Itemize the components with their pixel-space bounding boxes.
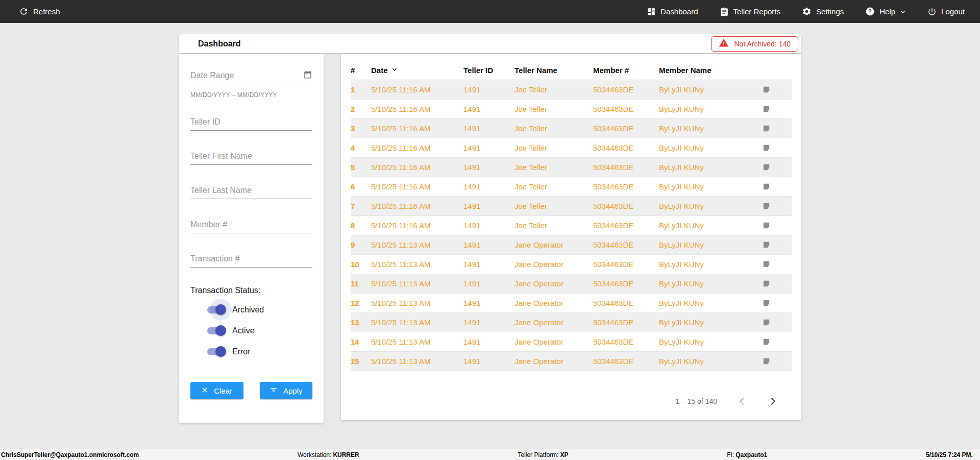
workstation-label: Workstation: [298, 451, 331, 458]
table-row[interactable]: 4 5/10/25 11:16 AM 1491 Joe Teller 50344… [351, 138, 792, 158]
nav-logout[interactable]: Logout [927, 0, 965, 23]
workstation-value: KURRER [333, 451, 359, 458]
cell-member-number: 5034463DE [593, 221, 659, 230]
cell-date: 5/10/25 11:13 AM [371, 240, 463, 249]
cell-member-number: 5034463DE [593, 105, 659, 113]
note-icon[interactable] [762, 221, 771, 230]
top-navigation-bar: Refresh Dashboard Teller Reports Setting… [0, 0, 980, 23]
refresh-label: Refresh [33, 7, 60, 16]
table-row[interactable]: 6 5/10/25 11:16 AM 1491 Joe Teller 50344… [351, 177, 792, 197]
cell-member-name: ByLyJI KUNy [659, 105, 760, 113]
previous-page-button[interactable] [737, 396, 748, 407]
table-header-row: # Date Teller ID Teller Name Member # Me… [351, 60, 792, 80]
table-row[interactable]: 10 5/10/25 11:13 AM 1491 Jane Operator 5… [351, 255, 792, 274]
nav-teller-reports[interactable]: Teller Reports [720, 0, 781, 23]
toggle-archived-label: Archived [232, 305, 264, 314]
note-icon[interactable] [762, 85, 771, 94]
cell-member-name: ByLyJI KUNy [659, 299, 760, 307]
table-row[interactable]: 7 5/10/25 11:16 AM 1491 Joe Teller 50344… [351, 197, 792, 216]
clear-button-label: Clear [214, 386, 232, 395]
cell-teller-id: 1491 [463, 260, 514, 269]
cell-date: 5/10/25 11:13 AM [371, 318, 463, 327]
note-icon[interactable] [762, 318, 771, 327]
note-icon[interactable] [762, 182, 771, 191]
cell-row-number: 11 [351, 279, 371, 288]
note-icon[interactable] [762, 240, 771, 249]
nav-help-label: Help [879, 7, 895, 16]
cell-teller-id: 1491 [463, 143, 514, 152]
table-row[interactable]: 8 5/10/25 11:16 AM 1491 Joe Teller 50344… [351, 216, 792, 235]
note-icon[interactable] [762, 299, 771, 307]
cell-member-number: 5034463DE [593, 182, 659, 191]
column-header-member-number: Member # [593, 66, 659, 75]
cell-member-name: ByLyJI KUNy [659, 163, 760, 172]
note-icon[interactable] [762, 143, 771, 152]
clear-button[interactable]: Clear [190, 382, 243, 399]
apply-button[interactable]: Apply [260, 382, 313, 399]
page-header: Dashboard Not Archived: 140 [179, 34, 801, 53]
nav-dashboard[interactable]: Dashboard [647, 0, 698, 23]
cell-member-name: ByLyJI KUNy [659, 202, 760, 210]
cell-row-number: 6 [351, 182, 371, 191]
note-icon[interactable] [762, 124, 771, 133]
cell-date: 5/10/25 11:13 AM [371, 299, 463, 307]
note-icon[interactable] [762, 279, 771, 288]
cell-row-number: 10 [351, 260, 371, 269]
table-row[interactable]: 11 5/10/25 11:13 AM 1491 Jane Operator 5… [351, 274, 792, 294]
transaction-status-label: Transaction Status: [190, 286, 312, 295]
cell-teller-name: Jane Operator [514, 240, 593, 249]
cell-member-name: ByLyJI KUNy [659, 240, 760, 249]
teller-id-input[interactable] [190, 115, 312, 131]
note-icon[interactable] [762, 163, 771, 172]
table-row[interactable]: 9 5/10/25 11:13 AM 1491 Jane Operator 50… [351, 235, 792, 255]
nav-settings[interactable]: Settings [802, 0, 844, 23]
refresh-button[interactable]: Refresh [19, 0, 60, 23]
calendar-icon[interactable] [303, 70, 312, 81]
cell-date: 5/10/25 11:16 AM [371, 85, 463, 94]
note-icon[interactable] [762, 202, 771, 210]
page-title: Dashboard [198, 39, 241, 49]
date-range-input[interactable] [190, 68, 312, 84]
cell-teller-id: 1491 [463, 221, 514, 230]
not-archived-badge: Not Archived: 140 [711, 36, 798, 52]
nav-help[interactable]: ? Help [865, 0, 906, 23]
toggle-active-track [207, 327, 225, 334]
toggle-active-label: Active [232, 326, 255, 335]
transaction-number-input[interactable] [190, 252, 312, 268]
column-header-date[interactable]: Date [371, 66, 463, 75]
note-icon[interactable] [762, 337, 771, 346]
member-number-input[interactable] [190, 217, 312, 233]
column-header-number: # [351, 66, 371, 75]
cell-member-name: ByLyJI KUNy [659, 221, 760, 230]
status-fi: FI:Qaxpauto1 [727, 451, 767, 458]
cell-member-number: 5034463DE [593, 124, 659, 133]
toggle-archived[interactable]: Archived [207, 303, 312, 317]
toggle-active[interactable]: Active [207, 324, 312, 337]
cell-date: 5/10/25 11:13 AM [371, 279, 463, 288]
cell-teller-id: 1491 [463, 182, 514, 191]
table-row[interactable]: 3 5/10/25 11:16 AM 1491 Joe Teller 50344… [351, 119, 792, 138]
table-row[interactable]: 12 5/10/25 11:13 AM 1491 Jane Operator 5… [351, 294, 792, 313]
cell-row-number: 8 [351, 221, 371, 230]
note-icon[interactable] [762, 357, 771, 366]
note-icon[interactable] [762, 105, 771, 113]
cell-date: 5/10/25 11:16 AM [371, 202, 463, 210]
toggle-archived-track [207, 306, 225, 313]
table-row[interactable]: 5 5/10/25 11:16 AM 1491 Joe Teller 50344… [351, 158, 792, 177]
cell-teller-name: Jane Operator [514, 337, 593, 346]
note-icon[interactable] [762, 260, 771, 269]
table-row[interactable]: 2 5/10/25 11:16 AM 1491 Joe Teller 50344… [351, 100, 792, 119]
teller-first-name-input[interactable] [190, 149, 312, 165]
table-row[interactable]: 1 5/10/25 11:16 AM 1491 Joe Teller 50344… [351, 80, 792, 100]
cell-row-number: 12 [351, 299, 371, 307]
toggle-error[interactable]: Error [207, 345, 312, 358]
nav-dashboard-label: Dashboard [660, 7, 698, 16]
table-row[interactable]: 15 5/10/25 11:13 AM 1491 Jane Operator 5… [351, 352, 792, 371]
cell-member-number: 5034463DE [593, 260, 659, 269]
next-page-button[interactable] [767, 396, 778, 407]
column-header-member-name: Member Name [659, 66, 760, 75]
table-row[interactable]: 13 5/10/25 11:13 AM 1491 Jane Operator 5… [351, 313, 792, 332]
cell-teller-id: 1491 [463, 337, 514, 346]
table-row[interactable]: 14 5/10/25 11:13 AM 1491 Jane Operator 5… [351, 332, 792, 352]
teller-last-name-input[interactable] [190, 183, 312, 199]
